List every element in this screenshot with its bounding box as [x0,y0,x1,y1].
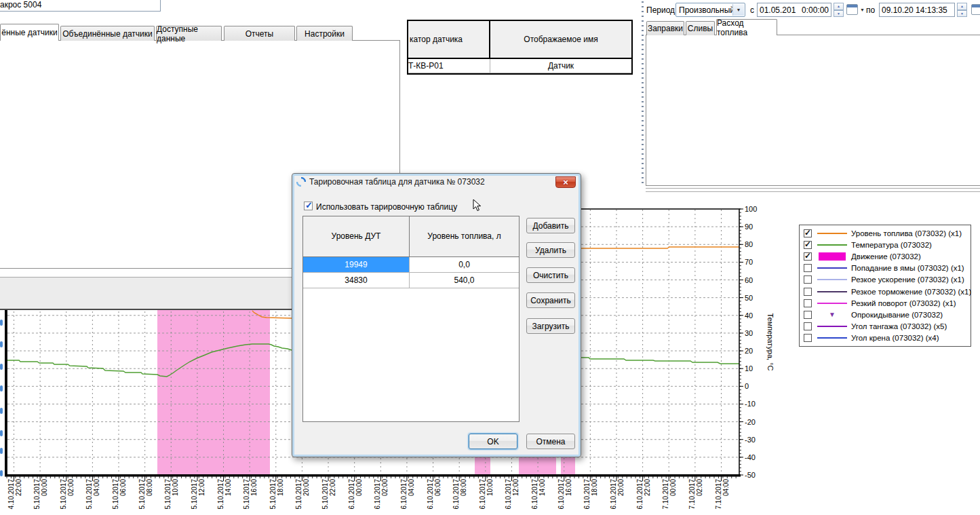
dialog-titlebar[interactable]: Тарировочная таблица для датчика № 07303… [295,176,578,188]
display-name-cell: Датчик [490,59,631,73]
checkbox-unchecked[interactable] [804,264,812,272]
svg-text:14:00: 14:00 [538,479,546,496]
svg-text:6.10.2017: 6.10.2017 [505,479,512,510]
spin-up-icon[interactable] [834,3,844,10]
legend-item: ▼Опрокидывание (073032) [800,309,971,320]
checkbox-unchecked[interactable] [804,311,812,319]
tab-connected-sensors[interactable]: ённые датчики [0,24,59,41]
calibration-row[interactable]: 19949 0,0 [303,257,519,273]
close-icon[interactable] [555,176,576,188]
checkbox-unchecked[interactable] [804,299,812,307]
legend-item: Резкое торможение (073032) (x1) [800,286,971,297]
splitter-handle[interactable] [642,1,644,185]
svg-text:7.10.2017: 7.10.2017 [688,479,696,510]
macro-name-input[interactable]: акрос 5004 [0,0,161,12]
svg-text:12:00: 12:00 [512,479,520,496]
svg-text:10:00: 10:00 [172,479,179,496]
dialog-save-button[interactable]: Сохранить [526,292,575,308]
svg-text:5.10.2017: 5.10.2017 [217,479,224,510]
calibration-row[interactable]: 34830 540,0 [303,273,519,288]
button-label: Очистить [533,271,568,280]
legend-item: Температура (073032) [800,239,971,250]
calibration-table: Уровень ДУТ Уровень топлива, л 19949 0,0… [302,216,520,422]
svg-text:6.10.2017: 6.10.2017 [374,479,381,510]
legend-item: Резкое ускорение (073032) (x1) [800,274,971,286]
checkbox-checked[interactable] [804,241,812,249]
tab-refuels[interactable]: Заправки [646,21,684,35]
checkbox-unchecked[interactable] [804,334,812,342]
checkbox-unchecked[interactable] [804,322,812,330]
svg-text:02:00: 02:00 [67,479,75,496]
macro-name-value: акрос 5004 [0,0,41,9]
calendar-icon[interactable] [846,4,858,15]
svg-text:50: 50 [745,294,753,302]
to-spinner[interactable] [957,3,967,17]
series-line [581,247,739,248]
cancel-button[interactable]: Отмена [526,434,575,449]
tab-combined-sensors[interactable]: Объединённые датчики [60,26,155,41]
svg-text:40: 40 [745,311,753,320]
identifier-row[interactable]: Т-КВ-Р01 Датчик [408,59,631,73]
tab-fuel-consumption[interactable]: Расход топлива [716,19,777,35]
tab-drains[interactable]: Сливы [686,21,715,35]
svg-text:08:00: 08:00 [460,479,467,496]
svg-text:20: 20 [745,347,753,355]
svg-text:6.10.2017: 6.10.2017 [557,479,565,510]
tab-reports[interactable]: Отчеты [224,26,295,41]
chevron-down-icon[interactable]: ▼ [860,7,865,12]
date-from-input[interactable]: 01.05.201 0:00:00 [757,3,831,17]
checkbox-checked[interactable] [804,252,812,261]
legend-label: Угол крена (073032) (x4) [851,334,939,342]
svg-text:04:00: 04:00 [408,479,415,496]
period-combobox[interactable]: Произвольный [675,3,745,17]
dialog-add-button[interactable]: Добавить [526,218,575,233]
chart-legend: Уровень топлива (073032) (x1)Температура… [799,225,971,347]
svg-text:14:00: 14:00 [224,479,232,496]
svg-text:-30: -30 [745,436,756,444]
svg-text:16:00: 16:00 [250,479,258,496]
from-date-value: 01.05.201 [760,5,796,15]
svg-text:20:00: 20:00 [302,479,310,496]
svg-text:7.10.2017: 7.10.2017 [715,479,722,510]
checkbox-unchecked[interactable] [804,275,812,284]
use-calibration-checkbox[interactable] [304,202,313,210]
date-to-input[interactable]: 09.10.20 14:13:35 [879,3,955,17]
mouse-cursor [473,199,482,212]
svg-text:-10: -10 [745,400,756,408]
spin-up-icon[interactable] [957,3,967,10]
calendar-icon[interactable] [971,4,980,15]
legend-label: Угол тангажа (073032) (x5) [851,322,947,330]
legend-swatch-icon [817,233,847,234]
checkbox-checked[interactable] [804,229,812,237]
spin-down-icon[interactable] [834,10,844,18]
col-sensor-identifier: катор датчика [408,21,490,58]
use-calibration-label: Использовать тарировочную таблицу [316,202,457,212]
spin-down-icon[interactable] [957,10,967,18]
legend-label: Опрокидывание (073032) [851,311,943,319]
legend-swatch-icon [817,291,847,292]
legend-item: Попадание в ямы (073032) (x1) [800,263,971,274]
svg-text:00:00: 00:00 [41,479,48,496]
legend-label: Попадание в ямы (073032) (x1) [851,264,964,272]
svg-text:5.10.2017: 5.10.2017 [138,479,146,510]
legend-item: Уровень топлива (073032) (x1) [800,227,971,239]
fuel-tab-content [646,35,980,186]
svg-text:6.10.2017: 6.10.2017 [427,479,434,510]
button-label: Загрузить [532,322,570,331]
svg-text:30: 30 [745,329,753,337]
legend-swatch-icon [817,267,847,269]
svg-text:5.10.2017: 5.10.2017 [295,479,302,510]
dialog-clear-button[interactable]: Очистить [526,267,575,283]
tab-settings[interactable]: Настройки [296,26,353,41]
from-spinner[interactable] [834,3,844,17]
legend-label: Резкий поворот (073032) (x1) [851,299,956,307]
svg-text:12:00: 12:00 [198,479,205,496]
tab-available-data[interactable]: Доступные данные [156,26,222,41]
dialog-load-button[interactable]: Загрузить [526,318,575,334]
dialog-remove-button[interactable]: Удалить [526,242,575,258]
tab-label: Расход топлива [717,18,777,37]
ok-button[interactable]: OK [469,434,517,449]
svg-text:22:00: 22:00 [644,479,651,496]
chevron-down-icon[interactable] [732,4,744,16]
checkbox-unchecked[interactable] [804,288,812,296]
